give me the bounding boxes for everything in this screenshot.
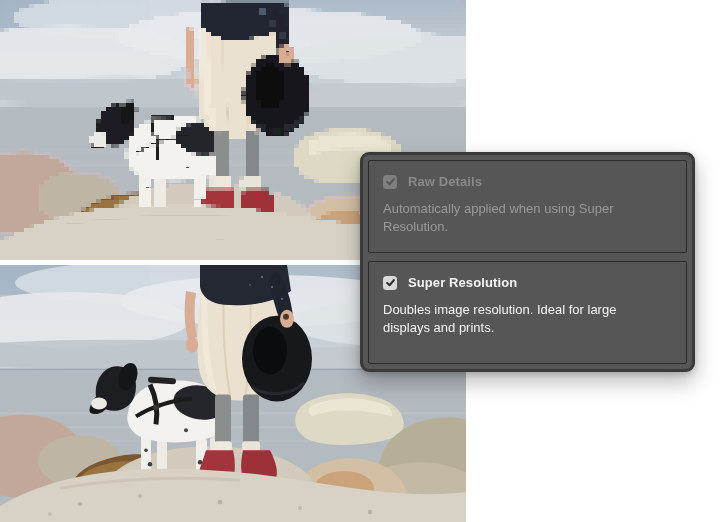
super-resolution-description: Doubles image resolution. Ideal for larg… (383, 301, 653, 337)
enhance-options-panel: Raw Details Automatically applied when u… (360, 152, 695, 372)
check-icon (385, 176, 396, 187)
raw-details-option: Raw Details Automatically applied when u… (368, 160, 687, 253)
raw-details-header: Raw Details (383, 174, 672, 189)
super-resolution-option: Super Resolution Doubles image resolutio… (368, 261, 687, 364)
raw-details-checkbox (383, 175, 397, 189)
enhance-preview-page: Raw Details Automatically applied when u… (0, 0, 720, 522)
super-resolution-checkbox[interactable] (383, 276, 397, 290)
raw-details-description: Automatically applied when using Super R… (383, 200, 653, 236)
super-resolution-label[interactable]: Super Resolution (408, 275, 517, 290)
super-resolution-header: Super Resolution (383, 275, 672, 290)
raw-details-label: Raw Details (408, 174, 482, 189)
check-icon (385, 277, 396, 288)
